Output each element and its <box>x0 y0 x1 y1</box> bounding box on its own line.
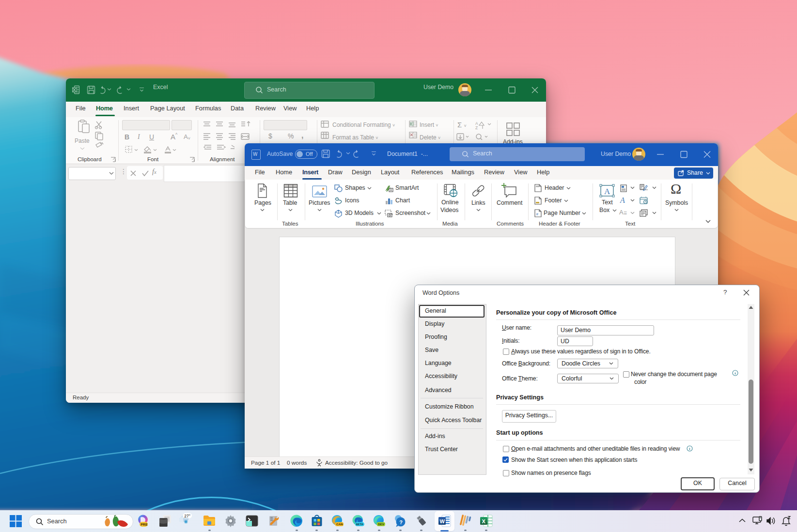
svg-text:CAN: CAN <box>336 522 343 526</box>
svg-text:#: # <box>536 212 539 216</box>
svg-text:BETA: BETA <box>356 523 364 526</box>
svg-text:DEV: DEV <box>378 522 385 526</box>
svg-text:27°: 27° <box>184 514 190 518</box>
svg-text:?: ? <box>399 519 403 525</box>
svg-text:PRE: PRE <box>141 523 148 526</box>
svg-text:Z: Z <box>475 125 478 130</box>
svg-text:X: X <box>482 518 486 524</box>
svg-text:W: W <box>440 518 445 524</box>
svg-text:A: A <box>604 187 610 196</box>
